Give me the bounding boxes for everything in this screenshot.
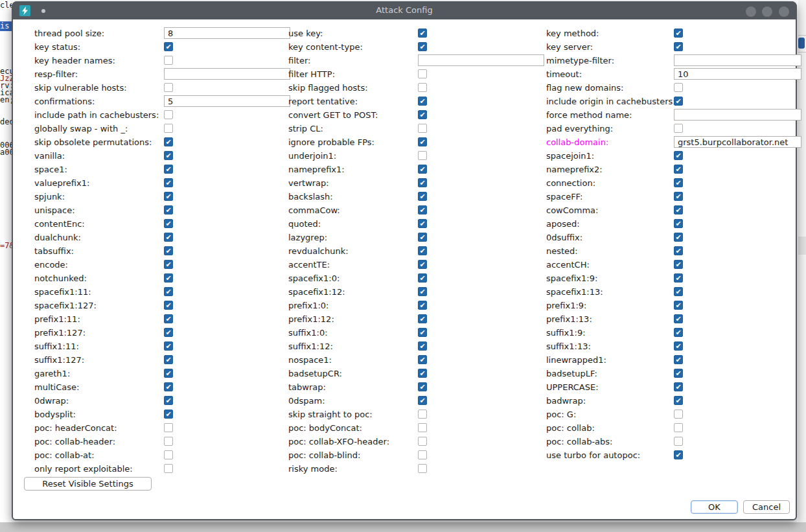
- input-timeout[interactable]: [674, 68, 801, 80]
- checkbox-strip-cl[interactable]: [418, 124, 427, 133]
- checkbox-space1[interactable]: ✔: [164, 165, 173, 174]
- checkbox-spacefix1-11[interactable]: ✔: [164, 287, 173, 296]
- checkbox-poc-collab-xfo-header[interactable]: [418, 437, 427, 446]
- checkbox-spacefix1-127[interactable]: ✔: [164, 301, 173, 310]
- checkbox-suffix1-13[interactable]: ✔: [674, 341, 683, 351]
- checkbox-unispace[interactable]: ✔: [164, 205, 173, 214]
- checkbox-pad-everything[interactable]: [674, 124, 683, 133]
- checkbox-poc-bodyconcat[interactable]: [418, 423, 427, 432]
- checkbox-prefix1-127[interactable]: ✔: [164, 328, 173, 337]
- checkbox-suffix1-127[interactable]: ✔: [164, 355, 173, 364]
- checkbox-suffix1-0[interactable]: ✔: [418, 328, 427, 337]
- checkbox-underjoin1[interactable]: [418, 151, 427, 160]
- checkbox-suffix1-11[interactable]: ✔: [164, 341, 173, 351]
- checkbox-vertwrap[interactable]: ✔: [418, 178, 427, 187]
- checkbox-commacow[interactable]: ✔: [418, 205, 427, 214]
- checkbox-tabsuffix[interactable]: ✔: [164, 246, 173, 255]
- checkbox-encode[interactable]: ✔: [164, 260, 173, 269]
- checkbox-uppercase[interactable]: ✔: [674, 382, 683, 391]
- checkbox-nameprefix1[interactable]: ✔: [418, 165, 427, 174]
- checkbox-poc-g[interactable]: [674, 410, 683, 419]
- checkbox-use-turbo-for-autopoc[interactable]: ✔: [674, 450, 683, 459]
- input-collab-domain[interactable]: [674, 136, 801, 148]
- checkbox-key-content-type[interactable]: ✔: [418, 42, 427, 51]
- checkbox-suffix1-12[interactable]: ✔: [418, 341, 427, 351]
- checkbox-connection[interactable]: ✔: [674, 178, 683, 187]
- checkbox-poc-headerconcat[interactable]: [164, 423, 173, 432]
- checkbox-accentch[interactable]: ✔: [674, 260, 683, 269]
- checkbox-report-tentative[interactable]: ✔: [418, 97, 427, 106]
- checkbox-poc-collab-blind[interactable]: [418, 450, 427, 459]
- checkbox-0dsuffix[interactable]: ✔: [674, 233, 683, 242]
- checkbox-prefix1-13[interactable]: ✔: [674, 314, 683, 323]
- window-control-button[interactable]: [779, 6, 789, 17]
- checkbox-dualchunk[interactable]: ✔: [164, 233, 173, 242]
- input-resp-filter[interactable]: [164, 68, 290, 80]
- checkbox-valueprefix1[interactable]: ✔: [164, 178, 173, 187]
- input-confirmations[interactable]: [164, 95, 290, 107]
- checkbox-aposed[interactable]: ✔: [674, 219, 683, 228]
- checkbox-filter-http[interactable]: [418, 69, 427, 78]
- checkbox-ignore-probable-fps[interactable]: ✔: [418, 137, 427, 146]
- checkbox-cowcomma[interactable]: ✔: [674, 205, 683, 214]
- input-force-method-name[interactable]: [674, 109, 801, 121]
- checkbox-nospace1[interactable]: ✔: [418, 355, 427, 364]
- checkbox-quoted[interactable]: ✔: [418, 219, 427, 228]
- checkbox-prefix1-9[interactable]: ✔: [674, 301, 683, 310]
- checkbox-spaceff[interactable]: ✔: [674, 192, 683, 201]
- checkbox-nested[interactable]: ✔: [674, 246, 683, 255]
- checkbox-only-report-exploitable[interactable]: [164, 464, 173, 473]
- checkbox-0dspam[interactable]: ✔: [418, 396, 427, 405]
- checkbox-include-path-in-cachebusters[interactable]: [164, 110, 173, 119]
- checkbox-globally-swap-with[interactable]: [164, 124, 173, 133]
- checkbox-risky-mode[interactable]: [418, 464, 427, 473]
- checkbox-skip-straight-to-poc[interactable]: [418, 410, 427, 419]
- checkbox-spacefix1-13[interactable]: ✔: [674, 287, 683, 296]
- checkbox-vanilla[interactable]: ✔: [164, 151, 173, 160]
- checkbox-nameprefix2[interactable]: ✔: [674, 165, 683, 174]
- checkbox-badsetuplf[interactable]: ✔: [674, 369, 683, 378]
- checkbox-lazygrep[interactable]: ✔: [418, 233, 427, 242]
- checkbox-notchunked[interactable]: ✔: [164, 273, 173, 283]
- checkbox-skip-flagged-hosts[interactable]: [418, 83, 427, 92]
- checkbox-backslash[interactable]: ✔: [418, 192, 427, 201]
- checkbox-key-status[interactable]: ✔: [164, 42, 173, 51]
- checkbox-contentenc[interactable]: ✔: [164, 219, 173, 228]
- checkbox-key-server[interactable]: ✔: [674, 42, 683, 51]
- checkbox-0dwrap[interactable]: ✔: [164, 396, 173, 405]
- checkbox-spacefix1-12[interactable]: ✔: [418, 287, 427, 296]
- input-mimetype-filter[interactable]: [674, 54, 801, 66]
- checkbox-badsetupcr[interactable]: ✔: [418, 369, 427, 378]
- checkbox-accentte[interactable]: ✔: [418, 260, 427, 269]
- checkbox-poc-collab-abs[interactable]: [674, 437, 683, 446]
- checkbox-spjunk[interactable]: ✔: [164, 192, 173, 201]
- checkbox-gareth1[interactable]: ✔: [164, 369, 173, 378]
- checkbox-spacefix1-9[interactable]: ✔: [674, 273, 683, 283]
- checkbox-convert-get-to-post[interactable]: ✔: [418, 110, 427, 119]
- checkbox-revdualchunk[interactable]: ✔: [418, 246, 427, 255]
- checkbox-multicase[interactable]: ✔: [164, 382, 173, 391]
- checkbox-key-header-names[interactable]: [164, 56, 173, 65]
- checkbox-tabwrap[interactable]: ✔: [418, 382, 427, 391]
- checkbox-prefix1-12[interactable]: ✔: [418, 314, 427, 323]
- checkbox-badwrap[interactable]: ✔: [674, 396, 683, 405]
- window-control-button[interactable]: [762, 6, 772, 17]
- window-control-button[interactable]: [746, 6, 756, 17]
- checkbox-linewrapped1[interactable]: ✔: [674, 355, 683, 364]
- input-thread-pool-size[interactable]: [164, 27, 290, 39]
- titlebar[interactable]: Attack Config: [12, 1, 797, 19]
- checkbox-prefix1-11[interactable]: ✔: [164, 314, 173, 323]
- checkbox-key-method[interactable]: ✔: [674, 29, 683, 38]
- checkbox-flag-new-domains[interactable]: [674, 83, 683, 92]
- checkbox-poc-collab-at[interactable]: [164, 450, 173, 459]
- checkbox-use-key[interactable]: ✔: [418, 29, 427, 38]
- checkbox-suffix1-9[interactable]: ✔: [674, 328, 683, 337]
- ok-button[interactable]: OK: [691, 500, 738, 514]
- checkbox-include-origin-in-cachebusters[interactable]: ✔: [674, 97, 683, 106]
- checkbox-prefix1-0[interactable]: ✔: [418, 301, 427, 310]
- input-filter[interactable]: [418, 54, 544, 66]
- cancel-button[interactable]: Cancel: [743, 500, 790, 514]
- checkbox-bodysplit[interactable]: ✔: [164, 410, 173, 419]
- checkbox-poc-collab[interactable]: [674, 423, 683, 432]
- checkbox-skip-obsolete-permutations[interactable]: ✔: [164, 137, 173, 146]
